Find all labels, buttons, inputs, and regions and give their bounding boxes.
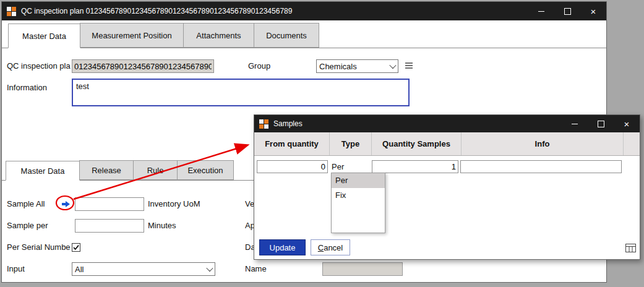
- sample-all-label: Sample All: [7, 197, 60, 211]
- per-serial-number-checkbox[interactable]: [72, 243, 80, 252]
- maximize-icon: [564, 8, 571, 15]
- window-title: QC inspection plan 012345678901234567890…: [21, 7, 528, 15]
- update-button[interactable]: Update: [259, 239, 306, 255]
- name-field: [322, 262, 403, 276]
- minimize-button[interactable]: [528, 2, 554, 20]
- information-textarea[interactable]: test: [72, 79, 410, 106]
- desktop: QC inspection plan 012345678901234567890…: [0, 0, 644, 287]
- cell-type-value[interactable]: Per: [332, 160, 344, 173]
- group-combo[interactable]: Chemicals: [316, 59, 398, 73]
- input-combo-value: All: [75, 265, 207, 274]
- inner-tab-execution[interactable]: Execution: [177, 160, 234, 180]
- main-titlebar[interactable]: QC inspection plan 012345678901234567890…: [2, 2, 606, 20]
- top-tabstrip: Master Data Measurement Position Attachm…: [2, 20, 606, 48]
- tab-documents[interactable]: Documents: [254, 23, 319, 48]
- samples-window: Samples × From quantity Type Quantity Sa…: [254, 114, 640, 260]
- column-type[interactable]: Type: [330, 132, 372, 155]
- input-label: Input: [7, 262, 25, 276]
- inner-tab-master-data[interactable]: Master Data: [6, 161, 80, 181]
- tab-master-data[interactable]: Master Data: [8, 24, 80, 48]
- cell-quantity-samples-input[interactable]: [372, 160, 458, 173]
- column-from-quantity[interactable]: From quantity: [254, 132, 330, 155]
- information-label: Information: [7, 81, 47, 95]
- dropdown-option-per[interactable]: Per: [332, 173, 385, 188]
- app-icon: [7, 7, 16, 16]
- sample-per-label: Sample per: [7, 219, 60, 233]
- app-icon: [259, 119, 268, 129]
- cell-from-quantity-input[interactable]: [257, 160, 328, 173]
- tab-attachments[interactable]: Attachments: [183, 23, 254, 48]
- inner-tab-release[interactable]: Release: [79, 160, 134, 180]
- sample-all-input[interactable]: [75, 197, 144, 211]
- ve-label: Ve: [245, 197, 254, 211]
- maximize-icon: [598, 121, 604, 127]
- chevron-down-icon: [389, 62, 396, 69]
- per-serial-number-label: Per Serial Numbe: [7, 241, 71, 254]
- column-quantity-samples[interactable]: Quantity Samples: [372, 132, 462, 155]
- qc-inspection-plan-input[interactable]: [72, 59, 214, 73]
- maximize-button[interactable]: [554, 2, 580, 20]
- minimize-icon: [572, 124, 578, 124]
- samples-window-title: Samples: [273, 119, 562, 128]
- information-value: test: [76, 82, 89, 91]
- column-spacer: [624, 132, 640, 155]
- minimize-button[interactable]: [562, 115, 588, 132]
- maximize-button[interactable]: [588, 115, 614, 132]
- cell-info-input[interactable]: [460, 160, 622, 173]
- cancel-accesskey: C: [318, 243, 324, 252]
- chevron-down-icon: [206, 265, 213, 272]
- cancel-button[interactable]: Cancel: [311, 239, 350, 255]
- name-label: Name: [245, 262, 267, 276]
- list-icon[interactable]: [404, 61, 414, 70]
- group-label: Group: [248, 59, 270, 73]
- minimize-icon: [538, 11, 544, 12]
- tab-measurement-position[interactable]: Measurement Position: [80, 23, 184, 48]
- qc-inspection-plan-label: QC inspection pla: [7, 59, 71, 73]
- samples-titlebar[interactable]: Samples ×: [254, 115, 640, 132]
- column-info[interactable]: Info: [462, 132, 624, 155]
- close-button[interactable]: ×: [580, 2, 606, 20]
- form-settings-grid-icon[interactable]: [625, 244, 636, 252]
- group-combo-value: Chemicals: [319, 62, 390, 71]
- inventory-uom-label: Inventory UoM: [148, 197, 200, 211]
- inner-tab-rule[interactable]: Rule: [133, 160, 178, 180]
- sample-per-input[interactable]: [75, 219, 144, 233]
- close-button[interactable]: ×: [614, 115, 640, 132]
- minutes-label: Minutes: [148, 219, 176, 233]
- dropdown-option-fix[interactable]: Fix: [332, 188, 385, 203]
- cancel-label-rest: ancel: [324, 243, 343, 252]
- type-dropdown-list: Per Fix: [331, 173, 385, 233]
- samples-table-header: From quantity Type Quantity Samples Info: [254, 132, 640, 156]
- link-arrow-icon[interactable]: [61, 200, 71, 208]
- input-combo[interactable]: All: [72, 262, 215, 276]
